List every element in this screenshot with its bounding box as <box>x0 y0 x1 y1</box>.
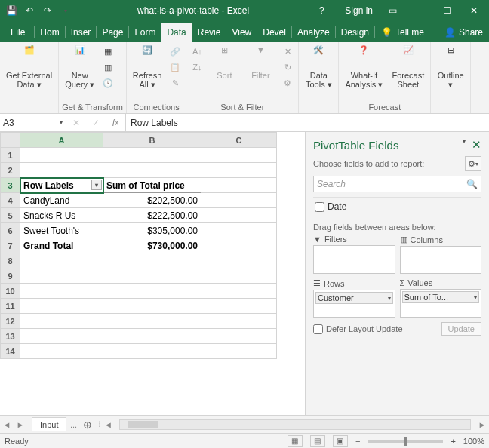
get-external-data-button[interactable]: 🗂️ Get External Data ▾ <box>3 44 55 91</box>
cell-B13[interactable] <box>103 329 201 344</box>
tab-insert[interactable]: Inser <box>66 23 97 42</box>
from-table-icon[interactable]: ▥ <box>100 60 115 75</box>
col-header-C[interactable]: C <box>201 133 277 148</box>
save-icon[interactable]: 💾 <box>5 4 18 17</box>
tab-home[interactable]: Hom <box>35 23 64 42</box>
cell-C6[interactable] <box>201 223 277 238</box>
zoom-in-icon[interactable]: + <box>451 437 455 446</box>
sheet-nav-prev-icon[interactable]: ◄ <box>0 420 14 429</box>
tell-me[interactable]: 💡 Tell me <box>375 23 430 42</box>
undo-icon[interactable]: ↶ <box>23 4 36 17</box>
cell-A5[interactable]: Snacks R Us <box>20 208 103 223</box>
cell-A13[interactable] <box>20 329 103 344</box>
row-header-7[interactable]: 7 <box>1 238 20 253</box>
defer-checkbox[interactable] <box>313 324 323 334</box>
cell-B4[interactable]: $202,500.00 <box>103 193 201 208</box>
forecast-sheet-button[interactable]: 📈 Forecast Sheet <box>389 44 427 91</box>
fields-search-input[interactable]: Search 🔍 <box>313 176 481 192</box>
tab-design[interactable]: Design <box>336 23 374 42</box>
pivot-filter-icon[interactable]: ▾ <box>91 180 102 190</box>
cell-A7[interactable]: Grand Total <box>20 238 103 253</box>
tab-page[interactable]: Page <box>97 23 128 42</box>
row-header-9[interactable]: 9 <box>1 268 20 284</box>
cell-B12[interactable] <box>103 314 201 329</box>
cell-C11[interactable] <box>201 299 277 314</box>
name-box[interactable]: A3 ▾ <box>0 114 66 131</box>
tab-developer[interactable]: Devel <box>257 23 291 42</box>
col-header-A[interactable]: A <box>20 133 103 148</box>
cell-A8[interactable] <box>20 253 103 268</box>
hscroll-right-icon[interactable]: ► <box>475 420 489 429</box>
columns-dropzone[interactable] <box>400 246 482 274</box>
cell-B7[interactable]: $730,000.00 <box>103 238 201 253</box>
cell-B11[interactable] <box>103 299 201 314</box>
cell-C10[interactable] <box>201 284 277 299</box>
values-chip[interactable]: Sum of To...▾ <box>402 291 480 303</box>
cell-C13[interactable] <box>201 329 277 344</box>
cell-B14[interactable] <box>103 344 201 359</box>
zoom-slider[interactable] <box>368 440 443 443</box>
new-query-button[interactable]: 📊 New Query ▾ <box>62 44 97 91</box>
cell-B8[interactable] <box>103 253 201 268</box>
cell-B6[interactable]: $305,000.00 <box>103 223 201 238</box>
new-sheet-icon[interactable]: ⊕ <box>80 419 95 431</box>
cell-A10[interactable] <box>20 284 103 299</box>
tab-file[interactable]: File <box>2 23 34 42</box>
row-header-6[interactable]: 6 <box>1 223 20 238</box>
cell-A2[interactable] <box>20 163 103 178</box>
row-header-2[interactable]: 2 <box>1 163 20 178</box>
show-queries-icon[interactable]: ▦ <box>100 44 115 59</box>
cell-C4[interactable] <box>201 193 277 208</box>
row-header-1[interactable]: 1 <box>1 148 20 163</box>
col-header-B[interactable]: B <box>103 133 201 148</box>
cell-A14[interactable] <box>20 344 103 359</box>
row-header-4[interactable]: 4 <box>1 193 20 208</box>
recent-sources-icon[interactable]: 🕓 <box>100 75 115 91</box>
cell-A3[interactable]: Row Labels▾ <box>20 178 103 193</box>
view-pagebreak-icon[interactable]: ▣ <box>333 435 348 447</box>
cell-B3[interactable]: Sum of Total price <box>103 178 201 193</box>
sign-in-link[interactable]: Sign in <box>340 5 377 16</box>
spreadsheet-grid[interactable]: ABC123Row Labels▾Sum of Total price4Cand… <box>0 132 305 415</box>
cell-C2[interactable] <box>201 163 277 178</box>
field-list[interactable]: Date <box>313 197 481 216</box>
share-button[interactable]: 👤 Share <box>438 23 489 42</box>
cell-A4[interactable]: CandyLand <box>20 193 103 208</box>
hscroll-track[interactable] <box>119 419 471 430</box>
outline-button[interactable]: ⊟ Outline ▾ <box>434 44 467 91</box>
cell-C1[interactable] <box>201 148 277 163</box>
defer-update-checkbox[interactable]: Defer Layout Update <box>313 324 403 334</box>
row-header-11[interactable]: 11 <box>1 299 20 314</box>
cell-A9[interactable] <box>20 268 103 284</box>
sheet-nav-next-icon[interactable]: ► <box>14 420 27 429</box>
sheet-tab-active[interactable]: Input <box>32 417 66 431</box>
cell-B5[interactable]: $222,500.00 <box>103 208 201 223</box>
row-header-12[interactable]: 12 <box>1 314 20 329</box>
close-icon[interactable]: ✕ <box>462 2 486 20</box>
cell-C5[interactable] <box>201 208 277 223</box>
select-all-corner[interactable] <box>1 133 20 148</box>
hscroll-thumb[interactable] <box>128 421 158 428</box>
zoom-level[interactable]: 100% <box>463 437 484 446</box>
cell-C3[interactable] <box>201 178 277 193</box>
cell-B10[interactable] <box>103 284 201 299</box>
row-header-5[interactable]: 5 <box>1 208 20 223</box>
cell-A12[interactable] <box>20 314 103 329</box>
namebox-arrow-icon[interactable]: ▾ <box>60 119 63 126</box>
refresh-all-button[interactable]: 🔄 Refresh All ▾ <box>130 44 165 91</box>
zoom-out-icon[interactable]: − <box>355 437 360 446</box>
field-item[interactable]: Date <box>313 201 481 213</box>
tab-analyze[interactable]: Analyze <box>292 23 335 42</box>
tab-view[interactable]: View <box>226 23 257 42</box>
row-header-8[interactable]: 8 <box>1 253 20 268</box>
cell-C14[interactable] <box>201 344 277 359</box>
help-icon[interactable]: ? <box>309 2 334 20</box>
ribbon-display-icon[interactable]: ▭ <box>380 2 404 20</box>
tab-data[interactable]: Data <box>161 23 191 42</box>
row-header-13[interactable]: 13 <box>1 329 20 344</box>
tab-formulas[interactable]: Form <box>129 23 161 42</box>
cell-C12[interactable] <box>201 314 277 329</box>
maximize-icon[interactable]: ☐ <box>435 2 459 20</box>
row-header-14[interactable]: 14 <box>1 344 20 359</box>
view-layout-icon[interactable]: ▤ <box>310 435 325 447</box>
